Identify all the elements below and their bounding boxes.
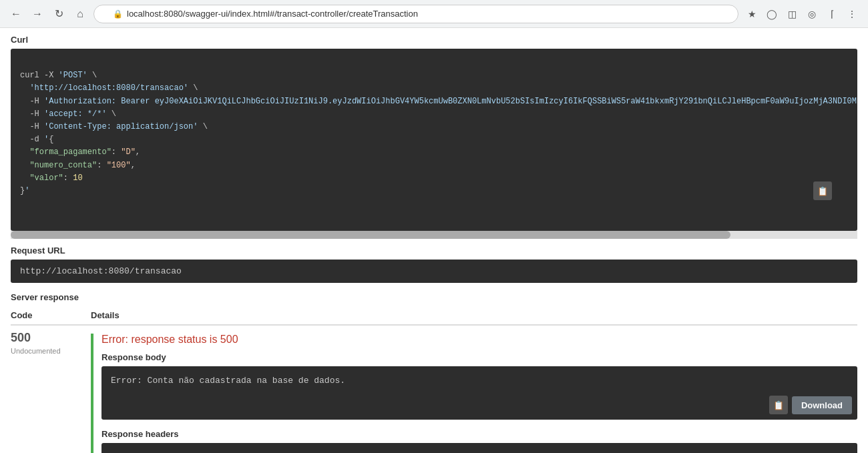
page-content: Curl curl -X 'POST' \ 'http://localhost:… [0, 28, 868, 453]
swagger-response-wrapper: Error: response status is 500 Response b… [91, 334, 857, 453]
curl-line-2: 'http://localhost:8080/transacao' \ [20, 83, 198, 93]
reload-button[interactable]: ↻ [51, 6, 67, 22]
back-button[interactable]: ← [8, 6, 24, 22]
browser-actions: ★ ◯ ◫ ◎ ⌈ ⋮ [744, 6, 860, 22]
response-table-header: Code Details [11, 306, 857, 326]
curl-line-9: "valor": 10 [20, 173, 83, 183]
details-column-header: Details [91, 310, 857, 320]
curl-label: Curl [11, 35, 857, 45]
code-column-header: Code [11, 310, 91, 320]
extensions-icon[interactable]: ◫ [784, 6, 800, 22]
copy-icon-container: 📋 [813, 156, 852, 226]
home-button[interactable]: ⌂ [72, 6, 88, 22]
request-url-box: http://localhost:8080/transacao [11, 260, 857, 283]
request-url-label: Request URL [11, 246, 857, 256]
curl-line-4: -H 'accept: */*' \ [20, 109, 116, 119]
response-body-label: Response body [101, 352, 857, 362]
response-headers-section: Response headers cache-control: no-cache… [101, 429, 857, 453]
code-cell: 500 Undocumented [11, 331, 91, 356]
download-button[interactable]: Download [792, 396, 852, 414]
request-url-value: http://localhost:8080/transacao [20, 266, 182, 276]
menu-icon[interactable]: ⋮ [844, 6, 860, 22]
response-headers-label: Response headers [101, 429, 857, 439]
response-code: 500 [11, 331, 91, 345]
undocumented-label: Undocumented [11, 347, 61, 355]
curl-scrollbar[interactable] [11, 231, 857, 239]
copy-response-button[interactable]: 📋 [769, 396, 788, 414]
security-lock-icon: 🔒 [113, 9, 123, 19]
response-body-text: Error: Conta não cadastrada na base de d… [111, 376, 345, 386]
copy-curl-button[interactable]: 📋 [813, 181, 832, 200]
curl-line-10: }' [20, 186, 29, 195]
forward-button[interactable]: → [29, 6, 45, 22]
profile-icon[interactable]: ◯ [764, 6, 780, 22]
curl-section: Curl curl -X 'POST' \ 'http://localhost:… [0, 28, 868, 239]
curl-line-1: curl -X 'POST' \ [20, 71, 97, 80]
response-body-box: Error: Conta não cadastrada na base de d… [101, 366, 857, 420]
error-title: Error: response status is 500 [101, 334, 857, 346]
curl-code-block: curl -X 'POST' \ 'http://localhost:8080/… [11, 49, 857, 231]
url-text: localhost:8080/swagger-ui/index.html#/tr… [127, 9, 418, 19]
server-response-section: Server response Code Details 500 Undocum… [0, 283, 868, 453]
request-url-section: Request URL http://localhost:8080/transa… [0, 239, 868, 283]
notifications-icon[interactable]: ◎ [804, 6, 820, 22]
response-body-actions: 📋 Download [769, 396, 852, 414]
curl-line-6: -d '{ [20, 135, 53, 144]
details-cell: Error: response status is 500 Response b… [91, 331, 857, 453]
curl-line-5: -H 'Content-Type: application/json' \ [20, 122, 208, 131]
address-bar[interactable]: 🔒 localhost:8080/swagger-ui/index.html#/… [93, 5, 738, 23]
curl-line-7: "forma_pagamento": "D", [20, 147, 140, 157]
curl-line-8: "numero_conta": "100", [20, 161, 136, 170]
bookmark-icon[interactable]: ★ [744, 6, 760, 22]
browser-chrome: ← → ↻ ⌂ 🔒 localhost:8080/swagger-ui/inde… [0, 0, 868, 28]
curl-line-3: -H 'Authorization: Bearer eyJ0eXAiOiJKV1… [20, 97, 857, 106]
response-table-row: 500 Undocumented Error: response status … [11, 326, 857, 453]
downloads-icon[interactable]: ⌈ [824, 6, 840, 22]
curl-scroll-thumb [11, 231, 730, 239]
response-headers-box: cache-control: no-cache,no-store,max-age… [101, 443, 857, 453]
server-response-label: Server response [11, 292, 857, 302]
